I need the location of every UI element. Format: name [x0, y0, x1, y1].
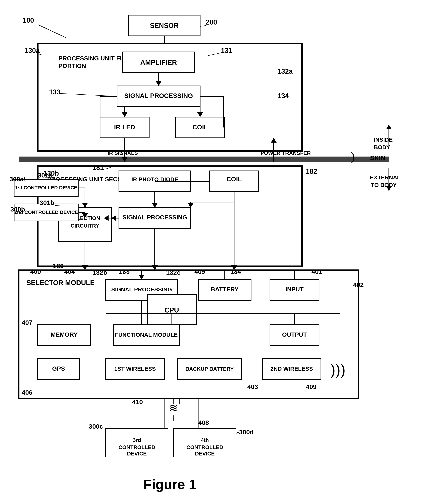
svg-text:BACKUP BATTERY: BACKUP BATTERY	[185, 366, 234, 372]
svg-text:SENSOR: SENSOR	[150, 22, 179, 30]
svg-rect-95	[38, 325, 91, 346]
svg-rect-119	[174, 429, 236, 457]
svg-rect-88	[198, 279, 251, 300]
svg-line-141	[53, 178, 60, 181]
svg-text:IR LED: IR LED	[114, 124, 135, 131]
svg-text:406: 406	[22, 389, 32, 396]
svg-text:CONTROLLED: CONTROLLED	[118, 444, 155, 450]
svg-rect-99	[270, 325, 319, 346]
svg-text:PORTION: PORTION	[58, 63, 86, 69]
svg-text:COIL: COIL	[226, 176, 242, 183]
svg-text:181: 181	[93, 164, 104, 171]
svg-text:2nd CONTROLLED DEVICE: 2nd CONTROLLED DEVICE	[14, 209, 78, 215]
svg-rect-115	[106, 429, 168, 457]
svg-text:SELECTOR MODULE: SELECTOR MODULE	[26, 279, 94, 287]
svg-text:PORTION: PORTION	[47, 183, 75, 190]
svg-marker-18	[122, 112, 127, 117]
svg-text:400: 400	[30, 268, 41, 275]
svg-text:200: 200	[206, 18, 217, 26]
svg-text:): )	[351, 150, 355, 163]
svg-text:OUTPUT: OUTPUT	[282, 331, 307, 338]
svg-rect-105	[177, 359, 242, 379]
svg-text:IR PHOTO DIODE: IR PHOTO DIODE	[131, 176, 178, 183]
svg-text:301a: 301a	[38, 172, 52, 179]
svg-marker-80	[82, 203, 88, 208]
svg-text:402: 402	[353, 281, 364, 288]
svg-rect-15	[175, 117, 225, 138]
svg-rect-103	[106, 359, 164, 379]
svg-rect-97	[113, 325, 179, 346]
svg-text:GPS: GPS	[52, 365, 65, 372]
svg-marker-66	[188, 203, 193, 208]
svg-marker-167	[139, 275, 144, 279]
svg-text:SELECTION: SELECTION	[70, 215, 100, 221]
svg-text:133: 133	[49, 88, 60, 96]
svg-rect-4	[38, 44, 302, 151]
svg-text:PROCESSING UNIT FIRST: PROCESSING UNIT FIRST	[58, 55, 134, 62]
svg-text:132b: 132b	[93, 269, 107, 276]
svg-text:410: 410	[132, 398, 143, 405]
svg-rect-90	[270, 279, 319, 300]
svg-rect-107	[262, 359, 321, 379]
svg-text:130b: 130b	[44, 169, 59, 177]
svg-text:COIL: COIL	[192, 124, 208, 131]
svg-text:PROCESSING UNIT SECOND: PROCESSING UNIT SECOND	[47, 176, 131, 183]
svg-rect-52	[210, 171, 259, 192]
svg-rect-11	[117, 86, 200, 107]
svg-text:BODY: BODY	[374, 144, 390, 150]
svg-text:2ND WIRELESS: 2ND WIRELESS	[270, 365, 313, 372]
svg-text:SIGNAL PROCESSING: SIGNAL PROCESSING	[124, 92, 193, 99]
svg-text:FUNCTIONAL MODULE: FUNCTIONAL MODULE	[115, 332, 178, 338]
svg-text:BATTERY: BATTERY	[211, 286, 239, 293]
svg-marker-3	[162, 47, 167, 52]
svg-marker-73	[231, 265, 237, 270]
svg-text:≋: ≋	[169, 402, 178, 414]
svg-rect-47	[38, 166, 302, 266]
svg-text:100: 100	[23, 16, 34, 24]
svg-marker-44	[386, 186, 392, 191]
svg-marker-177	[104, 215, 109, 221]
svg-rect-50	[119, 171, 191, 192]
svg-text:186: 186	[53, 262, 64, 270]
svg-text:182: 182	[306, 168, 317, 175]
svg-marker-36	[271, 138, 277, 143]
svg-text:301b: 301b	[40, 199, 54, 206]
svg-line-126	[200, 25, 206, 26]
diagram-svg: SENSOR PROCESSING UNIT FIRST PORTION AMP…	[0, 0, 424, 504]
svg-text:404: 404	[64, 268, 75, 275]
svg-marker-69	[82, 265, 88, 270]
svg-text:CIRCUITRY: CIRCUITRY	[71, 223, 99, 229]
svg-line-124	[38, 25, 66, 38]
svg-text:183: 183	[119, 268, 130, 275]
svg-text:Figure 1: Figure 1	[143, 477, 196, 492]
svg-text:EXTERNAL: EXTERNAL	[370, 174, 401, 181]
svg-marker-32	[122, 157, 127, 162]
svg-text:4th: 4th	[201, 437, 209, 443]
svg-text:INSIDE: INSIDE	[374, 137, 393, 143]
svg-text:409: 409	[306, 383, 317, 390]
svg-text:3rd: 3rd	[133, 437, 141, 443]
svg-text:AMPLIFIER: AMPLIFIER	[140, 58, 177, 66]
svg-text:401: 401	[312, 268, 322, 275]
svg-text:132c: 132c	[166, 269, 181, 276]
svg-marker-20	[197, 112, 203, 117]
svg-line-133	[60, 94, 117, 96]
svg-text:-300d: -300d	[237, 428, 254, 436]
svg-line-162	[103, 429, 106, 430]
svg-text:300c: 300c	[89, 423, 103, 430]
svg-text:131: 131	[221, 47, 232, 54]
svg-line-128	[38, 54, 42, 55]
svg-text:POWER TRANSFER: POWER TRANSFER	[261, 150, 311, 156]
svg-text:1ST WIRELESS: 1ST WIRELESS	[114, 365, 156, 372]
svg-rect-74	[14, 179, 78, 196]
svg-rect-27	[19, 157, 389, 162]
svg-text:CONTROLLED: CONTROLLED	[187, 444, 223, 450]
svg-rect-7	[123, 52, 194, 73]
svg-text:134: 134	[278, 92, 289, 100]
svg-text:405: 405	[194, 268, 205, 275]
svg-text:CPU: CPU	[165, 306, 179, 314]
svg-marker-55	[152, 203, 158, 208]
svg-text:1st CONTROLLED DEVICE: 1st CONTROLLED DEVICE	[15, 185, 77, 190]
svg-line-144	[55, 205, 60, 206]
svg-rect-76	[14, 204, 78, 221]
